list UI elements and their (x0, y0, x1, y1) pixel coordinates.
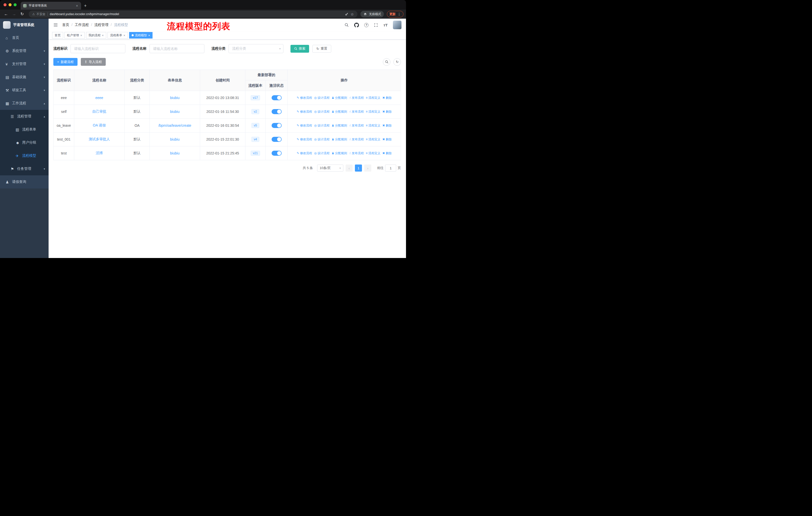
help-icon[interactable]: ? (364, 23, 369, 27)
category-select[interactable]: 流程分类 ▾ (229, 44, 283, 53)
active-toggle[interactable] (271, 137, 282, 142)
edit-process-link[interactable]: ✎修改流程 (297, 124, 312, 128)
sidebar-item-home[interactable]: ⌂ 首页 (0, 31, 49, 44)
design-process-link[interactable]: ◎设计流程 (314, 151, 329, 156)
form-info-link[interactable]: biubiu (170, 137, 179, 141)
process-name-link[interactable]: 自己审批 (92, 109, 107, 113)
toggle-search-button[interactable] (383, 58, 390, 66)
design-process-link[interactable]: ◎设计流程 (314, 124, 329, 128)
process-definition-link[interactable]: ≡流程定义 (366, 151, 380, 156)
process-id-input[interactable] (70, 44, 125, 53)
design-process-link[interactable]: ◎设计流程 (314, 110, 329, 114)
window-minimize-button[interactable] (8, 3, 11, 6)
sidebar-item-process-form[interactable]: ▥ 流程表单 (0, 123, 49, 136)
process-definition-link[interactable]: ≡流程定义 (366, 96, 380, 100)
password-key-icon[interactable] (345, 12, 349, 16)
forward-icon[interactable]: → (10, 12, 18, 16)
publish-process-link[interactable]: ☝发布流程 (349, 137, 364, 142)
delete-process-link[interactable]: ✖删除 (382, 110, 392, 114)
edit-process-link[interactable]: ✎修改流程 (297, 137, 312, 142)
delete-process-link[interactable]: ✖删除 (382, 137, 392, 142)
next-page-button[interactable]: › (364, 165, 371, 171)
url-text[interactable]: dashboard.yudao.iocoder.cn/bpm/manager/m… (50, 12, 343, 16)
import-process-button[interactable]: ↥ 导入流程 (81, 58, 106, 66)
close-icon[interactable]: × (80, 34, 82, 37)
process-definition-link[interactable]: ≡流程定义 (366, 137, 380, 142)
edit-process-link[interactable]: ✎修改流程 (297, 96, 312, 100)
tag-home[interactable]: 首页 (52, 32, 63, 38)
font-size-icon[interactable]: тT (383, 23, 388, 27)
tab-close-icon[interactable]: × (76, 4, 79, 7)
tag-tenant-management[interactable]: 租户管理 × (64, 32, 85, 38)
sidebar-item-process-model[interactable]: ✈ 流程模型 (0, 149, 49, 162)
window-close-button[interactable] (3, 3, 6, 6)
page-size-select[interactable]: 10条/页 ▾ (317, 165, 343, 171)
breadcrumb-home[interactable]: 首页 (62, 23, 75, 27)
address-bar[interactable]: ⚠ 不安全 dashboard.yudao.iocoder.cn/bpm/man… (29, 10, 357, 18)
process-name-link[interactable]: OA 请假 (93, 123, 106, 127)
publish-process-link[interactable]: ☝发布流程 (349, 110, 364, 114)
process-name-link[interactable]: 滔博 (96, 151, 103, 155)
create-process-button[interactable]: + 新建流程 (53, 58, 78, 66)
publish-process-link[interactable]: ☝发布流程 (349, 96, 364, 100)
active-toggle[interactable] (271, 95, 282, 100)
assign-rule-link[interactable]: ♟分配规则 (331, 110, 347, 114)
user-avatar[interactable] (393, 21, 402, 29)
reset-button[interactable]: ↻ 重置 (312, 45, 331, 53)
form-info-link[interactable]: biubiu (170, 151, 179, 155)
tag-my-process[interactable]: 我的流程 × (86, 32, 107, 38)
close-icon[interactable]: × (102, 34, 104, 37)
design-process-link[interactable]: ◎设计流程 (314, 137, 329, 142)
search-icon[interactable] (344, 23, 349, 27)
publish-process-link[interactable]: ☝发布流程 (349, 124, 364, 128)
form-info-link[interactable]: biubiu (170, 110, 179, 114)
sidebar-item-payment-management[interactable]: ¥ 支付管理 ▾ (0, 57, 49, 71)
refresh-table-button[interactable]: ↻ (394, 58, 401, 66)
sidebar-item-leave-query[interactable]: ♟ 请假查询 (0, 175, 49, 188)
tag-process-model[interactable]: 流程模型 × (129, 32, 153, 38)
sidebar-item-task-management[interactable]: ⚑ 任务管理 ▾ (0, 162, 49, 175)
sidebar-item-system-management[interactable]: ⚙ 系统管理 ▾ (0, 44, 49, 57)
bookmark-star-icon[interactable]: ☆ (351, 12, 354, 16)
process-name-input[interactable] (149, 44, 204, 53)
active-toggle[interactable] (271, 151, 282, 156)
security-label[interactable]: 不安全 (36, 12, 46, 17)
sidebar-item-user-group[interactable]: ☻ 用户分组 (0, 136, 49, 149)
form-info-link[interactable]: /bpm/oa/leave/create (158, 124, 191, 128)
back-icon[interactable]: ← (2, 12, 9, 16)
process-name-link[interactable]: 测试多审批人 (89, 137, 110, 141)
new-tab-button[interactable]: + (81, 2, 90, 9)
breadcrumb-workflow[interactable]: 工作流程 (75, 23, 94, 27)
window-zoom-button[interactable] (13, 3, 17, 6)
delete-process-link[interactable]: ✖删除 (382, 96, 392, 100)
fullscreen-icon[interactable] (374, 23, 378, 27)
process-definition-link[interactable]: ≡流程定义 (366, 124, 380, 128)
process-name-link[interactable]: eeee (95, 96, 103, 100)
edit-process-link[interactable]: ✎修改流程 (297, 110, 312, 114)
edit-process-link[interactable]: ✎修改流程 (297, 151, 312, 156)
goto-page-input[interactable] (385, 165, 396, 171)
delete-process-link[interactable]: ✖删除 (382, 151, 392, 156)
close-icon[interactable]: × (123, 34, 125, 37)
breadcrumb-process-management[interactable]: 流程管理 (94, 23, 114, 27)
search-button[interactable]: 搜索 (290, 45, 309, 53)
process-definition-link[interactable]: ≡流程定义 (366, 110, 380, 114)
sidebar-item-workflow[interactable]: ▦ 工作流程 ▴ (0, 97, 49, 110)
sidebar-item-infrastructure[interactable]: ▤ 基础设施 ▾ (0, 71, 49, 84)
sidebar-item-process-management[interactable]: ☰ 流程管理 ▴ (0, 110, 49, 123)
active-toggle[interactable] (271, 123, 282, 128)
reload-icon[interactable]: ↻ (19, 12, 26, 16)
assign-rule-link[interactable]: ♟分配规则 (331, 137, 347, 142)
delete-process-link[interactable]: ✖删除 (382, 124, 392, 128)
sidebar-item-dev-tools[interactable]: ⚒ 研发工具 ▾ (0, 84, 49, 97)
assign-rule-link[interactable]: ♟分配规则 (331, 124, 347, 128)
collapse-sidebar-icon[interactable] (53, 22, 58, 27)
design-process-link[interactable]: ◎设计流程 (314, 96, 329, 100)
assign-rule-link[interactable]: ♟分配规则 (331, 151, 347, 156)
publish-process-link[interactable]: ☝发布流程 (349, 151, 364, 156)
github-icon[interactable] (354, 23, 359, 27)
prev-page-button[interactable]: ‹ (346, 165, 353, 171)
tag-process-form[interactable]: 流程表单 × (108, 32, 128, 38)
active-toggle[interactable] (271, 109, 282, 114)
assign-rule-link[interactable]: ♟分配规则 (331, 96, 347, 100)
